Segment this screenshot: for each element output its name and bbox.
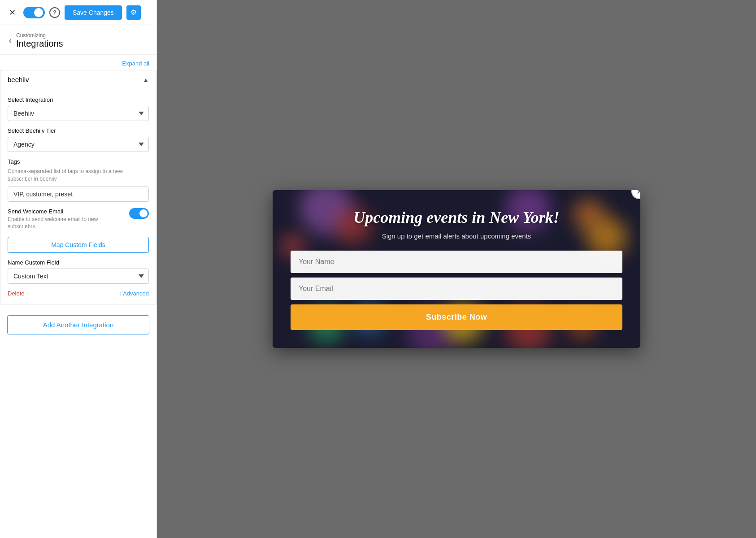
name-custom-field-label: Name Custom Field: [8, 259, 149, 266]
select-tier-row: Select Beehiiv Tier Agency: [8, 127, 149, 152]
close-button[interactable]: ✕: [5, 6, 19, 19]
accordion-arrow-icon: ▲: [143, 76, 149, 83]
tags-row: Tags Comma-separated list of tags to ass…: [8, 158, 149, 202]
send-welcome-toggle[interactable]: [129, 208, 149, 219]
send-welcome-row: Send Welcome Email Enable to send welcom…: [8, 208, 149, 231]
delete-link[interactable]: Delete: [8, 290, 25, 297]
select-tier-dropdown[interactable]: Agency: [8, 137, 149, 152]
breadcrumb-section: ‹ Customizing Integrations: [0, 25, 156, 55]
tags-input[interactable]: [8, 187, 149, 202]
add-integration-button[interactable]: Add Another Integration: [7, 315, 149, 334]
left-panel: ✕ ? Save Changes ⚙ ‹ Customizing Integra…: [0, 0, 157, 538]
top-bar: ✕ ? Save Changes ⚙: [0, 0, 156, 25]
modal-content: Upcoming events in New York! Sign up to …: [273, 190, 640, 348]
accordion-label: beehiiv: [8, 76, 29, 83]
modal-subtitle: Sign up to get email alerts about upcomi…: [291, 232, 622, 240]
send-welcome-hint: Enable to send welcome email to new subs…: [8, 216, 125, 231]
expand-all-row: Expand all: [0, 55, 156, 70]
preview-toggle[interactable]: [23, 7, 45, 18]
modal-title: Upcoming events in New York!: [291, 208, 622, 227]
select-tier-label: Select Beehiiv Tier: [8, 127, 149, 134]
help-button[interactable]: ?: [49, 7, 60, 18]
select-integration-label: Select Integration: [8, 96, 149, 103]
modal-name-input[interactable]: [291, 251, 622, 273]
add-integration-section: Add Another Integration: [0, 308, 156, 342]
bottom-row: Delete Advanced: [8, 290, 149, 297]
breadcrumb: Customizing Integrations: [16, 32, 63, 49]
save-changes-button[interactable]: Save Changes: [65, 5, 122, 20]
modal-email-input[interactable]: [291, 278, 622, 300]
modal-overlay: ✕ Upcoming events in New York! Sign up t…: [157, 0, 756, 538]
name-custom-field-row: Name Custom Field Custom Text: [8, 259, 149, 284]
send-welcome-label: Send Welcome Email: [8, 208, 125, 215]
name-custom-field-dropdown[interactable]: Custom Text: [8, 269, 149, 284]
expand-all-link[interactable]: Expand all: [122, 60, 149, 67]
breadcrumb-sub: Customizing: [16, 32, 63, 39]
tags-label: Tags: [8, 158, 149, 165]
back-button[interactable]: ‹: [9, 36, 12, 45]
tags-hint: Comma-separated list of tags to assign t…: [8, 168, 149, 183]
map-custom-fields-button[interactable]: Map Custom Fields: [8, 237, 149, 253]
form-section: Select Integration Beehiiv Select Beehii…: [0, 89, 156, 304]
select-integration-dropdown[interactable]: Beehiiv: [8, 106, 149, 121]
advanced-link[interactable]: Advanced: [119, 290, 149, 297]
modal: ✕ Upcoming events in New York! Sign up t…: [273, 190, 640, 348]
accordion-header[interactable]: beehiiv ▲: [0, 70, 156, 89]
right-panel: ✕ Upcoming events in New York! Sign up t…: [157, 0, 756, 538]
select-integration-row: Select Integration Beehiiv: [8, 96, 149, 121]
breadcrumb-title: Integrations: [16, 39, 63, 49]
gear-button[interactable]: ⚙: [126, 5, 141, 20]
modal-submit-button[interactable]: Subscribe Now: [291, 304, 622, 330]
